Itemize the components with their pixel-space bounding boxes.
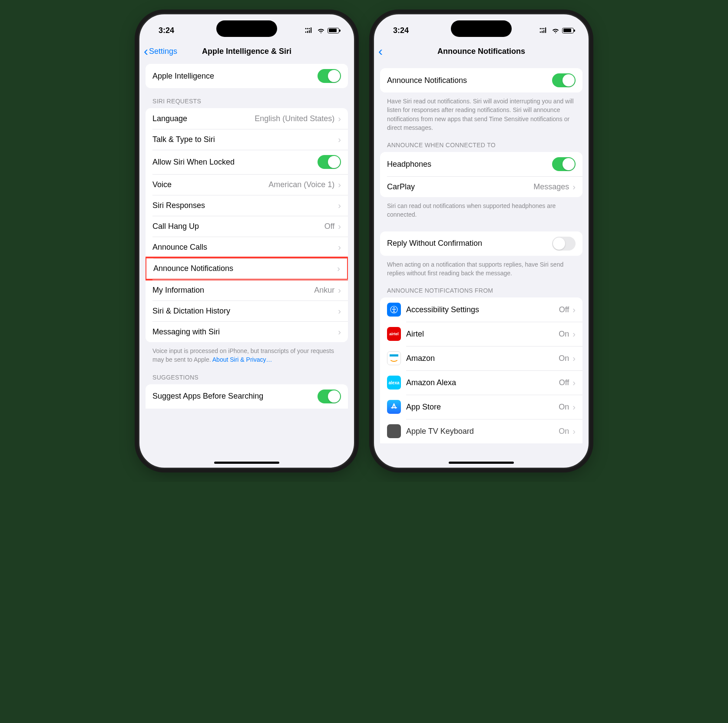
page-title: Apple Intelligence & Siri [202, 47, 291, 56]
row-announce-notifications-main[interactable]: Announce Notifications [380, 68, 582, 92]
section-footer-reply: When acting on a notification that suppo… [380, 256, 582, 278]
row-call-hang-up[interactable]: Call Hang Up Off› [146, 216, 348, 237]
dynamic-island [216, 20, 277, 37]
row-voice[interactable]: Voice American (Voice 1)› [146, 174, 348, 195]
battery-icon [562, 28, 574, 33]
row-apple-intelligence[interactable]: Apple Intelligence [146, 64, 348, 88]
row-messaging-with-siri[interactable]: Messaging with Siri › [146, 321, 348, 342]
appstore-icon [387, 400, 401, 414]
wifi-icon [552, 28, 559, 33]
svg-point-12 [540, 32, 541, 33]
nav-bar: ‹ Settings Apple Intelligence & Siri [139, 40, 354, 62]
toggle-reply-without-confirmation[interactable] [552, 237, 576, 251]
svg-point-10 [543, 28, 545, 30]
row-siri-dictation-history[interactable]: Siri & Dictation History › [146, 300, 348, 321]
row-siri-responses[interactable]: Siri Responses › [146, 195, 348, 216]
toggle-announce-notifications[interactable] [552, 73, 576, 87]
home-indicator[interactable] [214, 462, 279, 464]
chevron-right-icon: › [338, 242, 341, 252]
svg-rect-14 [543, 30, 544, 33]
chevron-right-icon: › [572, 353, 576, 363]
dynamic-island [451, 20, 512, 37]
svg-rect-18 [390, 354, 398, 357]
chevron-right-icon: › [337, 264, 340, 274]
row-suggest-apps-before-searching[interactable]: Suggest Apps Before Searching [146, 384, 348, 409]
chevron-right-icon: › [572, 402, 576, 412]
svg-rect-15 [545, 30, 546, 33]
alexa-icon: alexa [387, 376, 401, 390]
airtel-icon: airtel [387, 327, 401, 341]
svg-rect-5 [307, 31, 308, 33]
phone-right: 3:24 ‹ Announce Notifications Announce N… [373, 13, 590, 469]
chevron-right-icon: › [338, 135, 341, 145]
svg-point-2 [309, 28, 310, 30]
svg-rect-7 [311, 30, 311, 33]
row-app-amazon-alexa[interactable]: alexa Amazon Alexa Off› [380, 370, 582, 395]
svg-rect-6 [309, 30, 310, 33]
status-time: 3:24 [159, 26, 174, 35]
row-language[interactable]: Language English (United States)› [146, 108, 348, 129]
row-talk-type-siri[interactable]: Talk & Type to Siri › [146, 129, 348, 150]
chevron-right-icon: › [338, 306, 341, 316]
back-label: Settings [149, 47, 177, 56]
about-siri-privacy-link[interactable]: About Siri & Privacy… [212, 356, 272, 363]
page-title: Announce Notifications [437, 47, 525, 56]
row-app-airtel[interactable]: airtel Airtel On› [380, 322, 582, 346]
wifi-icon [317, 28, 325, 33]
toggle-allow-siri-locked[interactable] [318, 155, 341, 169]
row-allow-siri-locked[interactable]: Allow Siri When Locked [146, 150, 348, 174]
cellular-icon [305, 27, 314, 33]
svg-point-17 [393, 307, 394, 309]
amazon-icon [387, 351, 401, 365]
nav-bar: ‹ Announce Notifications [374, 40, 589, 62]
chevron-right-icon: › [572, 305, 576, 315]
row-app-app-store[interactable]: App Store On› [380, 395, 582, 419]
svg-point-4 [305, 32, 307, 33]
row-announce-calls[interactable]: Announce Calls › [146, 237, 348, 258]
row-reply-without-confirmation[interactable]: Reply Without Confirmation [380, 231, 582, 256]
row-headphones[interactable]: Headphones [380, 152, 582, 176]
section-footer: Voice input is processed on iPhone, but … [146, 342, 348, 364]
back-button[interactable]: ‹ Settings [144, 45, 177, 58]
toggle-apple-intelligence[interactable] [318, 69, 341, 83]
chevron-right-icon: › [572, 182, 576, 192]
chevron-left-icon: ‹ [378, 45, 383, 58]
accessibility-icon [387, 303, 401, 317]
chevron-right-icon: › [572, 378, 576, 388]
chevron-right-icon: › [338, 201, 341, 211]
chevron-right-icon: › [572, 329, 576, 339]
status-time: 3:24 [393, 26, 409, 35]
phone-left: 3:24 ‹ Settings Apple Intelligence & Sir… [138, 13, 355, 469]
appletv-icon [387, 424, 401, 438]
row-app-amazon[interactable]: Amazon On› [380, 346, 582, 370]
home-indicator[interactable] [449, 462, 514, 464]
chevron-right-icon: › [338, 221, 341, 231]
toggle-headphones[interactable] [552, 157, 576, 171]
chevron-right-icon: › [338, 285, 341, 295]
chevron-right-icon: › [338, 114, 341, 124]
svg-rect-13 [542, 31, 543, 33]
svg-point-0 [305, 28, 307, 30]
row-announce-notifications[interactable]: Announce Notifications › [146, 257, 348, 281]
back-button[interactable]: ‹ [378, 45, 384, 58]
chevron-right-icon: › [338, 327, 341, 337]
svg-point-9 [542, 28, 543, 30]
chevron-right-icon: › [572, 426, 576, 436]
row-my-information[interactable]: My Information Ankur› [146, 280, 348, 300]
row-label: Apple Intelligence [152, 72, 214, 81]
row-app-accessibility-settings[interactable]: Accessibility Settings Off› [380, 297, 582, 322]
row-carplay[interactable]: CarPlay Messages› [380, 176, 582, 197]
row-app-apple-tv-keyboard[interactable]: Apple TV Keyboard On› [380, 419, 582, 443]
toggle-suggest-apps[interactable] [318, 390, 341, 403]
section-footer-announce: Have Siri read out notifications. Siri w… [380, 92, 582, 132]
section-header-siri-requests: SIRI REQUESTS [146, 88, 348, 108]
chevron-right-icon: › [338, 180, 341, 190]
svg-point-8 [540, 28, 541, 30]
cellular-icon [539, 27, 549, 33]
section-header-announce-from: ANNOUNCE NOTIFICATIONS FROM [380, 277, 582, 297]
battery-icon [328, 28, 339, 33]
section-header-connected-to: ANNOUNCE WHEN CONNECTED TO [380, 132, 582, 152]
section-footer-headphones: Siri can read out notifications when sup… [380, 197, 582, 219]
svg-point-1 [307, 28, 308, 30]
chevron-left-icon: ‹ [144, 45, 148, 58]
